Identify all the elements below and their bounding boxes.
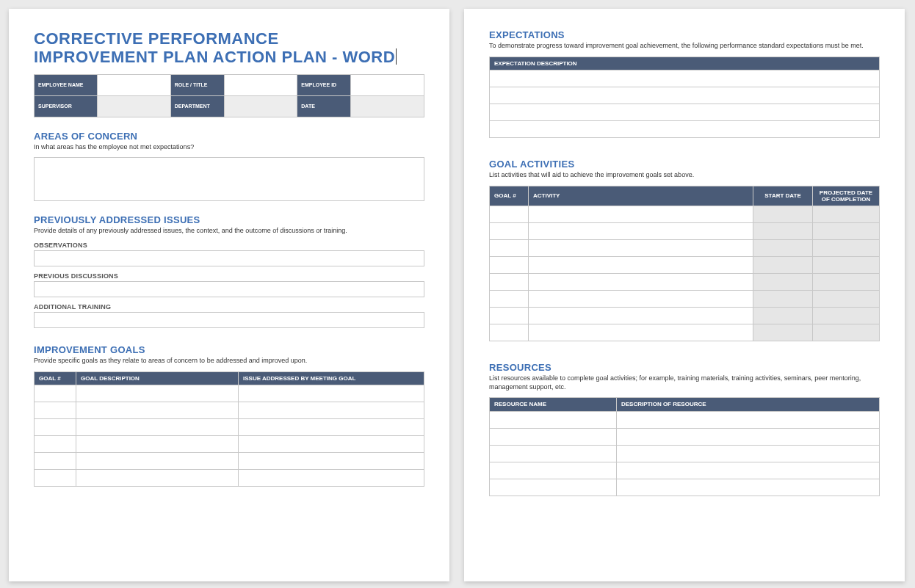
areas-of-concern-title: AREAS OF CONCERN (34, 131, 424, 142)
table-row[interactable] (490, 462, 880, 479)
role-title-label: ROLE / TITLE (170, 74, 224, 95)
col-goal-desc: GOAL DESCRIPTION (76, 371, 239, 385)
table-row[interactable] (490, 290, 880, 307)
table-row[interactable] (490, 222, 880, 239)
table-row[interactable] (35, 435, 424, 452)
employee-id-field[interactable] (351, 74, 424, 95)
additional-training-label: ADDITIONAL TRAINING (34, 303, 424, 311)
table-row[interactable] (490, 273, 880, 290)
table-row[interactable] (490, 479, 880, 496)
previously-addressed-title: PREVIOUSLY ADDRESSED ISSUES (34, 214, 424, 225)
goal-activities-table: GOAL # ACTIVITY START DATE PROJECTED DAT… (489, 186, 880, 341)
goal-activities-title: GOAL ACTIVITIES (489, 159, 880, 170)
improvement-goals-desc: Provide specific goals as they relate to… (34, 357, 424, 366)
areas-of-concern-desc: In what areas has the employee not met e… (34, 143, 424, 152)
resources-desc: List resources available to complete goa… (489, 374, 880, 391)
improvement-goals-title: IMPROVEMENT GOALS (34, 344, 424, 355)
col-expectation-desc: EXPECTATION DESCRIPTION (490, 57, 880, 70)
col-projected-date: PROJECTED DATE OF COMPLETION (813, 186, 880, 206)
table-row[interactable] (490, 411, 880, 428)
table-row[interactable] (490, 104, 880, 120)
page-2: EXPECTATIONS To demonstrate progress tow… (464, 9, 905, 581)
expectations-table: EXPECTATION DESCRIPTION (489, 57, 880, 138)
col-issue: ISSUE ADDRESSED BY MEETING GOAL (239, 371, 424, 385)
col-goal-num: GOAL # (490, 186, 529, 206)
col-activity: ACTIVITY (529, 186, 753, 206)
expectations-desc: To demonstrate progress toward improveme… (489, 42, 880, 51)
col-resource-name: RESOURCE NAME (490, 398, 617, 411)
improvement-goals-table: GOAL # GOAL DESCRIPTION ISSUE ADDRESSED … (34, 371, 424, 487)
date-field[interactable] (351, 95, 424, 117)
col-resource-desc: DESCRIPTION OF RESOURCE (617, 398, 880, 411)
expectations-title: EXPECTATIONS (489, 29, 880, 40)
table-row[interactable] (490, 307, 880, 324)
table-row[interactable] (490, 239, 880, 256)
role-title-field[interactable] (224, 74, 297, 95)
table-row[interactable] (490, 428, 880, 445)
table-row[interactable] (490, 70, 880, 87)
additional-training-field[interactable] (34, 312, 424, 328)
document-title[interactable]: CORRECTIVE PERFORMANCE IMPROVEMENT PLAN … (34, 29, 424, 67)
employee-name-label: EMPLOYEE NAME (35, 74, 98, 95)
previously-addressed-desc: Provide details of any previously addres… (34, 227, 424, 236)
col-start-date: START DATE (753, 186, 813, 206)
table-row[interactable] (35, 385, 424, 402)
observations-field[interactable] (34, 250, 424, 266)
table-row[interactable] (35, 469, 424, 486)
previous-discussions-label: PREVIOUS DISCUSSIONS (34, 272, 424, 280)
text-cursor-icon (396, 48, 397, 65)
table-row[interactable] (490, 324, 880, 341)
date-label: DATE (297, 95, 351, 117)
title-line-2: IMPROVEMENT PLAN ACTION PLAN - WORD (34, 48, 395, 66)
supervisor-label: SUPERVISOR (35, 95, 98, 117)
department-field[interactable] (224, 95, 297, 117)
department-label: DEPARTMENT (170, 95, 224, 117)
table-row[interactable] (35, 418, 424, 435)
resources-table: RESOURCE NAME DESCRIPTION OF RESOURCE (489, 397, 880, 496)
observations-label: OBSERVATIONS (34, 242, 424, 249)
table-row[interactable] (490, 445, 880, 462)
resources-title: RESOURCES (489, 362, 880, 373)
title-line-1: CORRECTIVE PERFORMANCE (34, 29, 279, 48)
page-1: CORRECTIVE PERFORMANCE IMPROVEMENT PLAN … (9, 9, 449, 581)
employee-id-label: EMPLOYEE ID (297, 74, 351, 95)
col-goal-num: GOAL # (35, 371, 76, 385)
table-row[interactable] (490, 206, 880, 222)
goal-activities-desc: List activities that will aid to achieve… (489, 171, 880, 180)
table-row[interactable] (35, 402, 424, 418)
document-workspace: CORRECTIVE PERFORMANCE IMPROVEMENT PLAN … (0, 0, 915, 588)
table-row[interactable] (35, 452, 424, 469)
table-row[interactable] (490, 120, 880, 137)
areas-of-concern-field[interactable] (34, 157, 424, 201)
supervisor-field[interactable] (98, 95, 171, 117)
employee-meta-table: EMPLOYEE NAME ROLE / TITLE EMPLOYEE ID S… (34, 74, 424, 117)
previous-discussions-field[interactable] (34, 281, 424, 297)
table-row[interactable] (490, 256, 880, 273)
table-row[interactable] (490, 87, 880, 104)
employee-name-field[interactable] (98, 74, 171, 95)
